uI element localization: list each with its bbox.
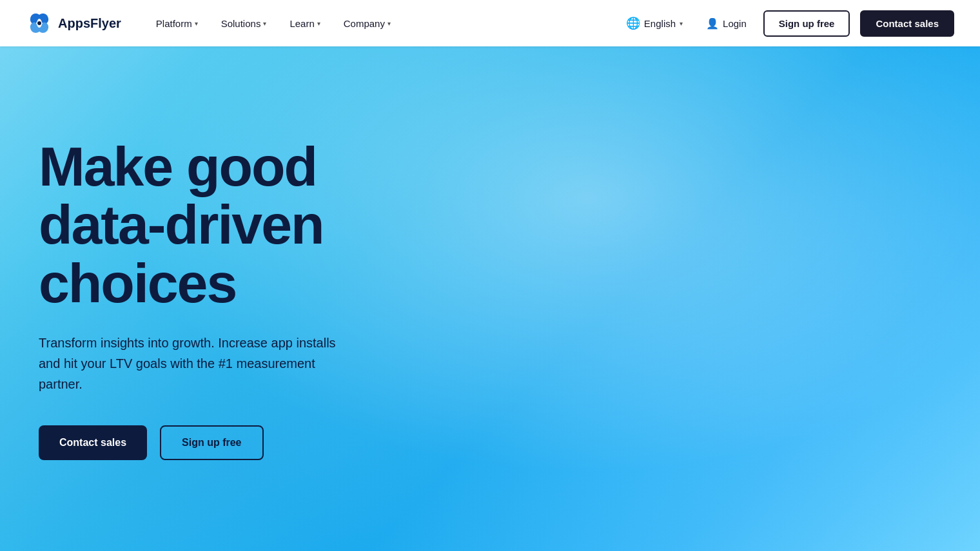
- svg-point-0: [37, 21, 41, 25]
- nav-right: 🌐 English ▾ 👤 Login Sign up free Contact…: [620, 10, 954, 37]
- login-label: Login: [723, 18, 747, 29]
- nav-signup-button[interactable]: Sign up free: [763, 10, 850, 37]
- appsflyer-logo-icon: [26, 10, 53, 37]
- nav-solutions[interactable]: Solutions ▾: [212, 13, 276, 34]
- chevron-down-icon: ▾: [680, 20, 683, 27]
- nav-links: Platform ▾ Solutions ▾ Learn ▾ Company ▾: [147, 13, 620, 34]
- hero-signup-button[interactable]: Sign up free: [160, 425, 263, 460]
- nav-learn[interactable]: Learn ▾: [280, 13, 329, 34]
- user-icon: 👤: [706, 17, 719, 30]
- chevron-down-icon: ▾: [195, 20, 198, 27]
- logo[interactable]: AppsFlyer: [26, 10, 121, 37]
- hero-subtitle: Transform insights into growth. Increase…: [39, 333, 348, 394]
- hero-contact-button[interactable]: Contact sales: [39, 425, 147, 460]
- navbar: AppsFlyer Platform ▾ Solutions ▾ Learn ▾…: [0, 0, 980, 46]
- chevron-down-icon: ▾: [263, 20, 266, 27]
- hero-section: Make good data-driven choices Transform …: [0, 0, 980, 551]
- logo-text: AppsFlyer: [58, 16, 121, 31]
- hero-content: Make good data-driven choices Transform …: [0, 137, 387, 460]
- chevron-down-icon: ▾: [387, 20, 391, 27]
- hero-headline: Make good data-driven choices: [39, 137, 348, 312]
- login-link[interactable]: 👤 Login: [700, 14, 753, 34]
- language-selector[interactable]: 🌐 English ▾: [620, 12, 689, 34]
- nav-platform[interactable]: Platform ▾: [147, 13, 207, 34]
- hero-buttons: Contact sales Sign up free: [39, 425, 348, 460]
- nav-company[interactable]: Company ▾: [335, 13, 400, 34]
- chevron-down-icon: ▾: [317, 20, 320, 27]
- globe-icon: 🌐: [626, 16, 640, 30]
- nav-contact-button[interactable]: Contact sales: [860, 10, 954, 37]
- language-label: English: [644, 18, 676, 29]
